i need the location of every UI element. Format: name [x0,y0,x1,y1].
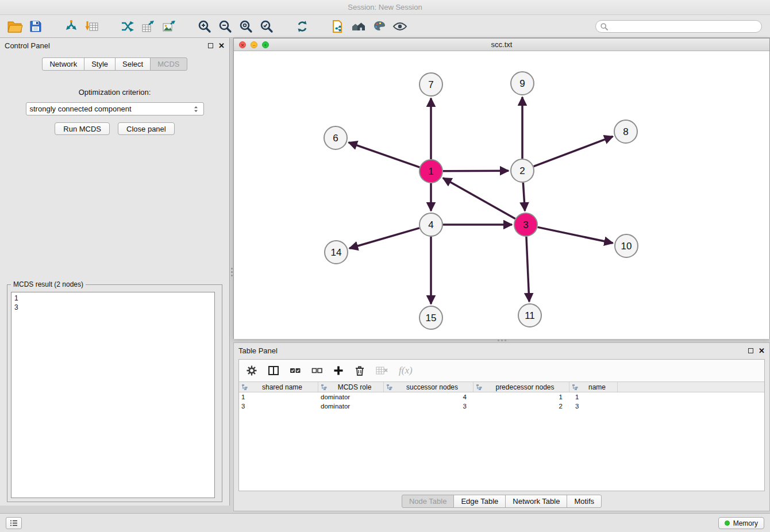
delete-column-button[interactable] [354,365,365,376]
home-icon [351,20,366,33]
tab-mcds[interactable]: MCDS [150,57,187,71]
graph-node-8[interactable]: 8 [614,120,637,143]
style-palette-button[interactable] [369,17,390,36]
graph-edge-3-1[interactable] [443,178,515,219]
run-mcds-button[interactable]: Run MCDS [55,122,110,135]
graph-edge-4-14[interactable] [349,228,419,248]
minimize-window-button[interactable]: − [251,41,257,48]
close-window-button[interactable]: ✕ [239,41,246,48]
tab-select[interactable]: Select [115,57,151,71]
table-row[interactable]: 1dominator411 [239,392,764,402]
mcds-result-list[interactable]: 1 3 [11,292,215,498]
home-button[interactable] [348,17,369,36]
import-table-button[interactable] [82,17,102,36]
graph-edge-2-3[interactable] [523,183,525,211]
graph-node-14[interactable]: 14 [325,241,348,264]
mcds-result-group: MCDS result (2 nodes) 1 3 [7,284,222,502]
table-tab-network-table[interactable]: Network Table [505,495,567,508]
zoom-selected-button[interactable] [256,17,277,36]
criterion-dropdown[interactable]: strongly connected component [26,102,204,115]
main-toolbar [0,15,770,38]
save-session-button[interactable] [25,17,46,36]
tab-style[interactable]: Style [84,57,116,71]
refresh-button[interactable] [292,17,313,36]
column-header-predecessor-nodes[interactable]: predecessor nodes [473,382,569,392]
select-all-rows-button[interactable] [290,366,301,375]
network-graph: 7968124314101511 [234,51,769,339]
window-titlebar: Session: New Session [0,0,770,15]
graph-node-9[interactable]: 9 [511,72,534,95]
column-type-icon [241,384,248,390]
graph-node-1[interactable]: 1 [419,160,442,183]
graph-node-7[interactable]: 7 [419,73,442,96]
status-bar: Memory [0,513,770,532]
graph-edge-3-10[interactable] [538,227,613,243]
close-panel-button[interactable]: Close panel [118,122,175,135]
table-tab-edge-table[interactable]: Edge Table [453,495,506,508]
float-panel-icon[interactable] [208,43,213,48]
zoom-fit-button[interactable] [236,17,256,36]
mcds-result-title: MCDS result (2 nodes) [11,280,86,288]
column-type-icon [386,384,392,390]
show-columns-button[interactable] [268,365,279,376]
graph-edge-3-11[interactable] [526,237,529,302]
column-header-shared-name[interactable]: shared name [239,382,318,392]
export-table-button[interactable] [138,17,159,36]
column-type-icon [476,384,482,390]
graph-edge-2-8[interactable] [534,136,613,166]
share-document-button[interactable] [328,17,348,36]
table-settings-button[interactable] [246,365,257,376]
zoom-in-button[interactable] [194,17,215,36]
graph-node-2[interactable]: 2 [511,159,534,182]
graph-node-10[interactable]: 10 [615,234,638,257]
graph-edge-1-2[interactable] [443,171,509,171]
show-hide-button[interactable] [390,17,410,36]
float-table-panel-icon[interactable] [748,348,753,353]
table-cell: 4 [384,392,473,402]
function-builder-button: f(x) [399,365,413,376]
zoom-out-button[interactable] [215,17,236,36]
graph-node-11[interactable]: 11 [518,304,541,327]
toolbar-search[interactable] [595,20,762,33]
open-file-button[interactable] [5,17,25,36]
network-window-titlebar[interactable]: scc.txt ✕ − + [234,38,769,51]
network-canvas[interactable]: 7968124314101511 [234,51,769,339]
graph-node-6[interactable]: 6 [324,126,347,149]
table-row[interactable]: 3dominator323 [239,402,764,411]
table-tab-node-table[interactable]: Node Table [402,495,455,508]
export-image-button[interactable] [159,17,179,36]
column-header-MCDS-role[interactable]: MCDS role [318,382,384,392]
plus-icon [333,365,344,376]
deselect-all-rows-button[interactable] [311,366,323,375]
graph-edge-1-6[interactable] [349,142,420,167]
svg-text:15: 15 [426,313,437,323]
svg-text:1: 1 [428,166,433,177]
svg-text:7: 7 [428,79,433,90]
horizontal-splitter[interactable] [494,338,509,342]
maximize-window-button[interactable]: + [262,41,269,48]
search-input[interactable] [611,22,757,30]
table-cell: 3 [239,402,318,411]
column-header-name[interactable]: name [569,382,618,392]
add-column-button[interactable] [333,365,344,376]
memory-button[interactable]: Memory [718,517,764,529]
graph-node-15[interactable]: 15 [419,306,442,329]
close-table-panel-icon[interactable]: ✕ [759,347,765,354]
graph-node-4[interactable]: 4 [419,213,442,236]
svg-text:4: 4 [428,219,433,230]
status-menu-button[interactable] [6,517,22,529]
dropdown-chevrons-icon [192,105,200,113]
memory-button-label: Memory [733,519,758,527]
refresh-icon [295,20,309,33]
column-header-successor-nodes[interactable]: successor nodes [384,382,473,392]
close-panel-icon[interactable]: ✕ [218,42,225,49]
tab-network[interactable]: Network [42,57,84,71]
split-columns-icon [268,365,279,376]
graph-node-3[interactable]: 3 [514,213,537,236]
import-network-button[interactable] [61,17,82,36]
export-table-icon [141,20,155,33]
table-tab-motifs[interactable]: Motifs [567,495,602,508]
svg-text:14: 14 [331,247,342,258]
new-network-button[interactable] [117,17,138,36]
table-cell: 3 [569,402,618,411]
